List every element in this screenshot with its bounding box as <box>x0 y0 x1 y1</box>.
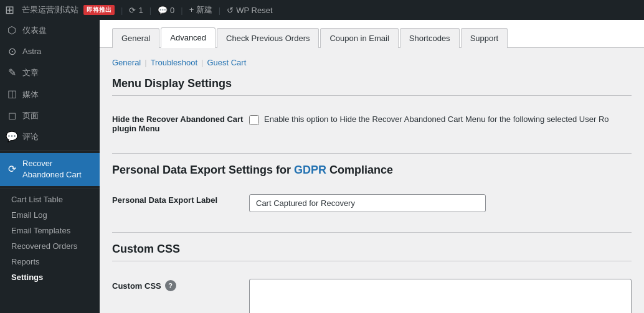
tab-shortcodes[interactable]: Shortcodes <box>400 28 460 48</box>
tab-general[interactable]: General <box>112 28 159 48</box>
sidebar-email-log[interactable]: Email Log <box>0 207 100 223</box>
custom-css-control <box>249 279 632 313</box>
gdpr-export-label: Personal Data Export Label <box>112 194 249 205</box>
custom-css-row: Custom CSS ? <box>112 271 632 313</box>
sidebar-settings[interactable]: Settings <box>0 269 100 285</box>
hide-menu-description: Enable this option to Hide the Recover A… <box>264 113 609 126</box>
site-name-bar: 芒果运营测试站 <box>22 4 78 16</box>
tab-coupon-in-email[interactable]: Coupon in Email <box>320 28 398 48</box>
sidebar-item-astra[interactable]: ⊙ Astra <box>0 41 100 62</box>
media-icon: ◫ <box>6 89 17 100</box>
sidebar-email-templates[interactable]: Email Templates <box>0 223 100 238</box>
breadcrumb: General | Troubleshoot | Guest Cart <box>112 58 632 67</box>
gdpr-export-input[interactable] <box>249 194 486 212</box>
wp-reset-item[interactable]: ↺ WP Reset <box>227 6 272 15</box>
admin-bar: ⊞ 芒果运营测试站 即将推出 | ⟳ 1 | 💬 0 | + 新建 | ↺ WP… <box>0 0 644 20</box>
sidebar-cart-list[interactable]: Cart List Table <box>0 192 100 207</box>
sidebar-item-comments[interactable]: 💬 评论 <box>0 126 100 147</box>
hide-menu-control: Enable this option to Hide the Recover A… <box>249 113 632 126</box>
tab-support[interactable]: Support <box>461 28 508 48</box>
section-divider-2 <box>112 232 632 233</box>
update-item[interactable]: ⟳ 1 <box>129 6 143 15</box>
breadcrumb-sep-1: | <box>144 58 146 67</box>
sidebar-divider-2 <box>0 189 100 189</box>
content-area: General Advanced Check Previous Orders C… <box>100 20 644 313</box>
badge-label: 即将推出 <box>83 5 115 15</box>
hide-menu-label: Hide the Recover Abandoned Cart plugin M… <box>112 113 249 133</box>
sidebar-reports[interactable]: Reports <box>0 254 100 269</box>
breadcrumb-guest-cart[interactable]: Guest Cart <box>207 58 246 67</box>
menu-display-title: Menu Display Settings <box>112 77 632 96</box>
tabs-row: General Advanced Check Previous Orders C… <box>100 20 644 48</box>
custom-css-field-label: Custom CSS <box>112 281 161 291</box>
hide-menu-row: Hide the Recover Abandoned Cart plugin M… <box>112 106 632 141</box>
sidebar-item-posts[interactable]: ✎ 文章 <box>0 62 100 83</box>
comment-item[interactable]: 💬 0 <box>158 6 174 15</box>
update-icon: ⟳ <box>129 6 136 15</box>
custom-css-textarea[interactable] <box>249 279 632 313</box>
gdpr-export-row: Personal Data Export Label <box>112 187 632 220</box>
recover-icon: ⟳ <box>6 164 17 175</box>
dashboard-icon: ⬡ <box>6 25 17 36</box>
custom-css-title: Custom CSS <box>112 243 632 261</box>
custom-css-label-wrap: Custom CSS ? <box>112 279 249 294</box>
reset-icon: ↺ <box>227 6 234 15</box>
section-divider-1 <box>112 153 632 154</box>
breadcrumb-sep-2: | <box>201 58 203 67</box>
sidebar-item-media[interactable]: ◫ 媒体 <box>0 84 100 105</box>
tab-check-previous-orders[interactable]: Check Previous Orders <box>217 28 319 48</box>
pages-icon: ◻ <box>6 110 17 121</box>
comments-icon: 💬 <box>6 131 17 142</box>
help-icon[interactable]: ? <box>165 280 176 291</box>
new-item[interactable]: + 新建 <box>189 4 212 16</box>
content-inner: General | Troubleshoot | Guest Cart Menu… <box>100 48 644 313</box>
gdpr-export-control <box>249 194 632 212</box>
main-layout: ⬡ 仪表盘 ⊙ Astra ✎ 文章 ◫ 媒体 ◻ 页面 💬 评论 ⟳ Reco… <box>0 20 644 313</box>
sidebar-item-recover[interactable]: ⟳ Recover Abandoned Cart <box>0 153 100 185</box>
posts-icon: ✎ <box>6 67 17 78</box>
custom-css-label-row: Custom CSS ? <box>112 280 249 291</box>
breadcrumb-general[interactable]: General <box>112 58 141 67</box>
tab-advanced[interactable]: Advanced <box>161 27 215 48</box>
sidebar-divider <box>0 150 100 151</box>
hide-menu-checkbox[interactable] <box>249 115 259 125</box>
astra-icon: ⊙ <box>6 46 17 57</box>
comment-icon: 💬 <box>158 6 168 15</box>
breadcrumb-troubleshoot[interactable]: Troubleshoot <box>151 58 197 67</box>
wordpress-icon: ⊞ <box>5 3 14 17</box>
sidebar-item-pages[interactable]: ◻ 页面 <box>0 105 100 126</box>
sidebar-item-dashboard[interactable]: ⬡ 仪表盘 <box>0 20 100 41</box>
sidebar: ⬡ 仪表盘 ⊙ Astra ✎ 文章 ◫ 媒体 ◻ 页面 💬 评论 ⟳ Reco… <box>0 20 100 313</box>
sidebar-recovered-orders[interactable]: Recovered Orders <box>0 238 100 254</box>
gdpr-highlight: GDPR <box>294 164 326 176</box>
gdpr-section-title: Personal Data Export Settings for GDPR C… <box>112 164 632 177</box>
